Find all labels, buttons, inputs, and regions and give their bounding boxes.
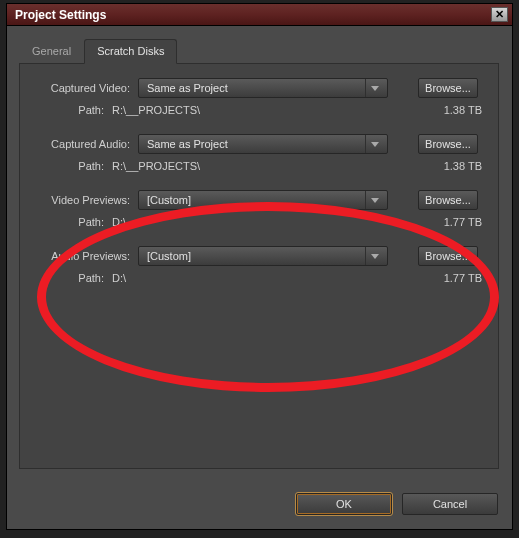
captured-audio-dropdown[interactable]: Same as Project xyxy=(138,134,388,154)
tab-scratch-disks[interactable]: Scratch Disks xyxy=(84,39,177,64)
captured-audio-label: Captured Audio: xyxy=(30,138,138,150)
captured-audio-path-label: Path: xyxy=(30,160,112,172)
audio-previews-value: [Custom] xyxy=(147,250,191,262)
audio-previews-path-label: Path: xyxy=(30,272,112,284)
video-previews-size: 1.77 TB xyxy=(408,216,488,228)
close-button[interactable]: ✕ xyxy=(491,7,508,22)
titlebar[interactable]: Project Settings ✕ xyxy=(7,4,512,26)
captured-video-browse-button[interactable]: Browse... xyxy=(418,78,478,98)
chevron-down-icon xyxy=(365,135,383,153)
audio-previews-size: 1.77 TB xyxy=(408,272,488,284)
ok-button[interactable]: OK xyxy=(296,493,392,515)
audio-previews-label: Audio Previews: xyxy=(30,250,138,262)
dialog-footer: OK Cancel xyxy=(296,493,498,515)
captured-video-path: R:\__PROJECTS\ xyxy=(112,104,408,116)
video-previews-dropdown[interactable]: [Custom] xyxy=(138,190,388,210)
captured-video-size: 1.38 TB xyxy=(408,104,488,116)
captured-audio-value: Same as Project xyxy=(147,138,228,150)
cancel-button[interactable]: Cancel xyxy=(402,493,498,515)
project-settings-dialog: Project Settings ✕ General Scratch Disks… xyxy=(6,3,513,530)
audio-previews-dropdown[interactable]: [Custom] xyxy=(138,246,388,266)
video-previews-value: [Custom] xyxy=(147,194,191,206)
video-previews-label: Video Previews: xyxy=(30,194,138,206)
video-previews-path: D:\ xyxy=(112,216,408,228)
dialog-title: Project Settings xyxy=(15,8,106,22)
captured-video-dropdown[interactable]: Same as Project xyxy=(138,78,388,98)
audio-previews-browse-button[interactable]: Browse... xyxy=(418,246,478,266)
scratch-disks-panel: Captured Video: Same as Project Browse..… xyxy=(19,64,499,469)
tab-general[interactable]: General xyxy=(19,39,84,64)
video-previews-browse-button[interactable]: Browse... xyxy=(418,190,478,210)
captured-video-label: Captured Video: xyxy=(30,82,138,94)
chevron-down-icon xyxy=(365,79,383,97)
tabstrip: General Scratch Disks xyxy=(19,38,499,64)
audio-previews-path: D:\ xyxy=(112,272,408,284)
chevron-down-icon xyxy=(365,247,383,265)
captured-audio-browse-button[interactable]: Browse... xyxy=(418,134,478,154)
captured-video-path-label: Path: xyxy=(30,104,112,116)
captured-audio-path: R:\__PROJECTS\ xyxy=(112,160,408,172)
video-previews-path-label: Path: xyxy=(30,216,112,228)
captured-audio-size: 1.38 TB xyxy=(408,160,488,172)
chevron-down-icon xyxy=(365,191,383,209)
captured-video-value: Same as Project xyxy=(147,82,228,94)
